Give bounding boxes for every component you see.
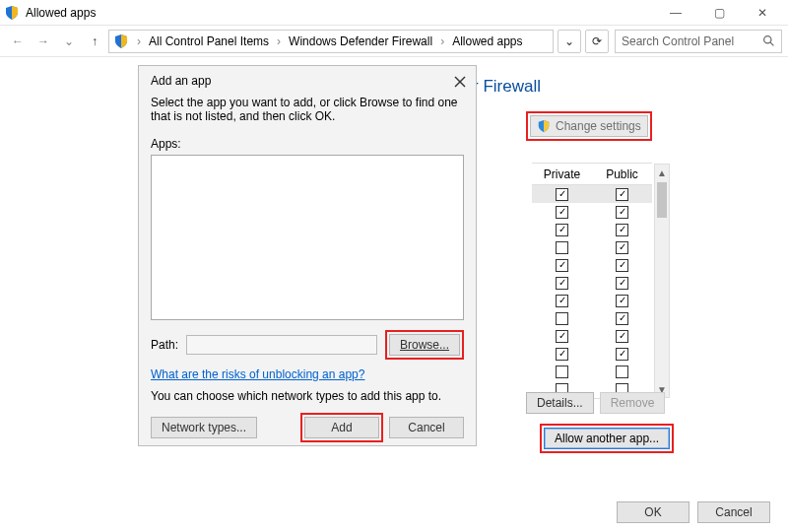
private-checkbox[interactable]	[556, 259, 568, 272]
search-placeholder: Search Control Panel	[622, 34, 756, 48]
crumb-item[interactable]: Allowed apps	[450, 34, 524, 48]
svg-point-0	[764, 36, 771, 43]
table-row[interactable]	[532, 221, 652, 238]
shield-icon	[537, 119, 551, 133]
public-checkbox[interactable]	[616, 259, 628, 272]
private-checkbox[interactable]	[556, 366, 568, 378]
refresh-button[interactable]: ⟳	[585, 30, 609, 53]
table-row[interactable]	[532, 327, 652, 345]
change-settings-label: Change settings	[556, 119, 641, 133]
private-checkbox[interactable]	[556, 295, 568, 307]
crumb-item[interactable]: Windows Defender Firewall	[287, 34, 434, 48]
page-title: r Firewall	[473, 77, 541, 97]
table-row[interactable]	[532, 309, 652, 327]
shield-icon	[4, 5, 20, 21]
col-private[interactable]: Private	[532, 167, 592, 181]
remove-button: Remove	[600, 392, 666, 414]
allow-another-app-button[interactable]: Allow another app...	[544, 428, 670, 449]
public-checkbox[interactable]	[616, 241, 628, 254]
public-checkbox[interactable]	[616, 312, 628, 325]
add-button[interactable]: Add	[304, 417, 379, 438]
network-note: You can choose which network types to ad…	[139, 381, 476, 403]
titlebar: Allowed apps — ▢ ✕	[0, 0, 788, 26]
scroll-up-icon[interactable]: ▲	[655, 165, 669, 180]
path-label: Path:	[151, 338, 178, 352]
public-checkbox[interactable]	[616, 348, 628, 361]
allowed-apps-columns: Private Public ▲ ▼	[532, 163, 652, 399]
chevron-right-icon: ›	[273, 34, 285, 48]
public-checkbox[interactable]	[616, 277, 628, 290]
private-checkbox[interactable]	[556, 206, 568, 219]
highlight-browse: Browse...	[385, 330, 464, 360]
svg-line-1	[770, 42, 773, 45]
highlight-allow-another: Allow another app...	[540, 424, 674, 453]
shield-icon	[113, 33, 129, 49]
table-row[interactable]	[532, 274, 652, 292]
close-icon	[454, 76, 466, 88]
scroll-thumb[interactable]	[657, 182, 667, 218]
private-checkbox[interactable]	[556, 330, 568, 343]
cancel-button[interactable]: Cancel	[389, 417, 464, 438]
add-app-dialog: Add an app Select the app you want to ad…	[139, 66, 476, 445]
table-row[interactable]	[532, 256, 652, 274]
dialog-close-button[interactable]	[452, 74, 468, 90]
recent-dropdown[interactable]: ⌄	[57, 30, 81, 53]
apps-label: Apps:	[139, 123, 476, 153]
highlight-add: Add	[300, 413, 383, 442]
col-public[interactable]: Public	[592, 167, 652, 181]
public-checkbox[interactable]	[616, 366, 628, 378]
search-icon	[762, 34, 775, 47]
private-checkbox[interactable]	[556, 188, 568, 201]
table-row[interactable]	[532, 203, 652, 221]
up-button[interactable]: ↑	[83, 30, 106, 53]
private-checkbox[interactable]	[556, 348, 568, 361]
private-checkbox[interactable]	[556, 277, 568, 290]
table-row[interactable]	[532, 345, 652, 363]
cancel-button[interactable]: Cancel	[697, 501, 770, 523]
table-row[interactable]	[532, 238, 652, 256]
dialog-title: Add an app	[139, 66, 476, 88]
public-checkbox[interactable]	[616, 295, 628, 307]
column-headers: Private Public	[532, 164, 652, 185]
public-checkbox[interactable]	[616, 206, 628, 219]
private-checkbox[interactable]	[556, 241, 568, 254]
ok-button[interactable]: OK	[617, 501, 690, 523]
risk-link[interactable]: What are the risks of unblocking an app?	[151, 367, 364, 381]
close-button[interactable]: ✕	[741, 0, 784, 26]
scrollbar[interactable]: ▲ ▼	[654, 164, 670, 398]
change-settings-button[interactable]: Change settings	[530, 115, 648, 137]
breadcrumb[interactable]: › All Control Panel Items › Windows Defe…	[108, 30, 554, 53]
footer: OK Cancel	[0, 493, 788, 532]
dialog-instruction: Select the app you want to add, or click…	[139, 88, 476, 123]
crumb-item[interactable]: All Control Panel Items	[147, 34, 271, 48]
maximize-button[interactable]: ▢	[697, 0, 741, 26]
highlight-change-settings: Change settings	[526, 111, 652, 141]
private-checkbox[interactable]	[556, 224, 568, 236]
table-row[interactable]	[532, 363, 652, 380]
network-types-button[interactable]: Network types...	[151, 417, 257, 438]
public-checkbox[interactable]	[616, 330, 628, 343]
chevron-right-icon: ›	[436, 34, 448, 48]
path-input[interactable]	[186, 335, 377, 355]
address-bar: ← → ⌄ ↑ › All Control Panel Items › Wind…	[0, 26, 788, 57]
minimize-button[interactable]: —	[654, 0, 697, 26]
apps-listbox[interactable]	[151, 155, 464, 320]
public-checkbox[interactable]	[616, 224, 628, 236]
details-button[interactable]: Details...	[526, 392, 594, 414]
search-input[interactable]: Search Control Panel	[615, 30, 782, 53]
public-checkbox[interactable]	[616, 188, 628, 201]
chevron-right-icon: ›	[133, 34, 145, 48]
private-checkbox[interactable]	[556, 312, 568, 325]
address-dropdown[interactable]: ⌄	[558, 30, 581, 53]
forward-button: →	[32, 30, 55, 53]
table-row[interactable]	[532, 292, 652, 309]
window-title: Allowed apps	[26, 6, 654, 20]
table-row[interactable]	[532, 185, 652, 203]
back-button[interactable]: ←	[6, 30, 30, 53]
browse-button[interactable]: Browse...	[389, 334, 460, 356]
